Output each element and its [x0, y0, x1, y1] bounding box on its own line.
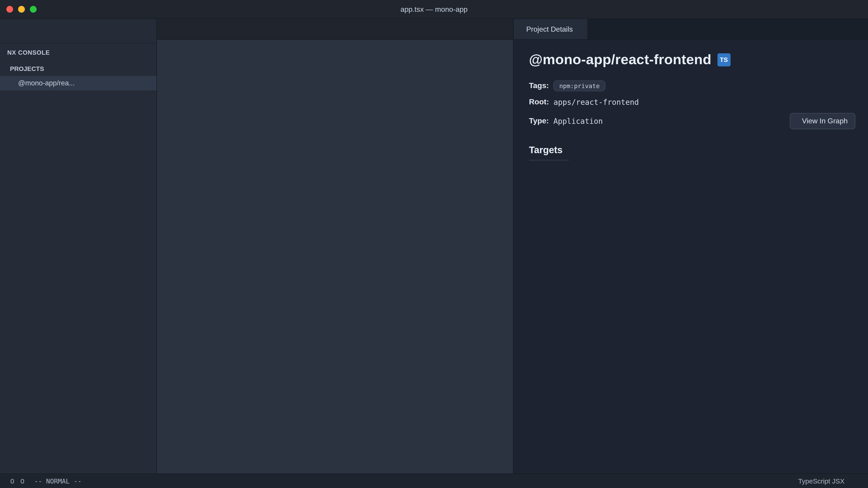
code-editor[interactable]	[157, 55, 513, 474]
project-title: @mono-app/react-frontend	[529, 52, 711, 68]
sidebar: NX CONSOLE PROJECTS @mono-app/rea...	[0, 19, 157, 474]
projects-label: PROJECTS	[10, 65, 44, 72]
tag-badge: npm:private	[553, 80, 606, 91]
root-row: Root: apps/react-frontend	[529, 98, 855, 107]
typescript-icon: TS	[717, 53, 730, 66]
nx-console-header: NX CONSOLE	[0, 43, 156, 61]
view-in-graph-label: View In Graph	[802, 117, 848, 125]
project-root-item[interactable]: @mono-app/rea...	[0, 76, 156, 90]
panel-title: NX CONSOLE	[7, 49, 50, 56]
tab-project-details[interactable]: Project Details	[514, 19, 587, 39]
type-value: Application	[553, 117, 603, 125]
warning-count: 0	[21, 477, 24, 485]
editor-tabbar	[157, 19, 513, 40]
projects-tree: PROJECTS @mono-app/rea...	[0, 61, 156, 474]
close-window-button[interactable]	[6, 6, 13, 13]
project-title-row: @mono-app/react-frontend TS	[529, 52, 855, 68]
details-tab-label: Project Details	[526, 25, 573, 33]
language-label: TypeScript JSX	[798, 477, 844, 485]
editor-area	[157, 19, 513, 474]
vscode-window: app.tsx — mono-app NX CONSOLE PROJECTS	[0, 0, 868, 488]
project-details-panel: Project Details @mono-app/react-frontend…	[513, 19, 868, 474]
view-in-graph-button[interactable]: View In Graph	[790, 113, 855, 129]
type-label: Type:	[529, 117, 549, 126]
status-bar: 0 0 -- NORMAL -- TypeScript JSX	[0, 474, 868, 488]
tags-label: Tags:	[529, 81, 549, 90]
projects-section-header[interactable]: PROJECTS	[0, 61, 156, 76]
language-indicator[interactable]: TypeScript JSX	[795, 477, 844, 485]
minimize-window-button[interactable]	[18, 6, 25, 13]
type-row: Type: Application View In Graph	[529, 113, 855, 129]
activity-bar	[0, 19, 156, 43]
vim-mode-indicator: -- NORMAL --	[34, 477, 82, 485]
problems-indicator[interactable]: 0 0	[7, 477, 24, 485]
details-tabbar: Project Details	[514, 19, 868, 40]
project-root-label: @mono-app/rea...	[18, 79, 137, 87]
zoom-window-button[interactable]	[30, 6, 37, 13]
root-value: apps/react-frontend	[554, 98, 639, 106]
targets-heading: Targets	[529, 144, 569, 160]
editor-actions	[472, 19, 513, 39]
error-count: 0	[10, 477, 14, 485]
project-details-content: @mono-app/react-frontend TS Tags: npm:pr…	[514, 40, 868, 474]
breadcrumb	[157, 40, 513, 55]
ellipsis-icon[interactable]	[859, 19, 868, 39]
titlebar: app.tsx — mono-app	[0, 0, 868, 19]
root-label: Root:	[529, 98, 549, 107]
window-title: app.tsx — mono-app	[0, 5, 868, 13]
tags-row: Tags: npm:private	[529, 80, 855, 91]
window-controls	[0, 6, 37, 13]
